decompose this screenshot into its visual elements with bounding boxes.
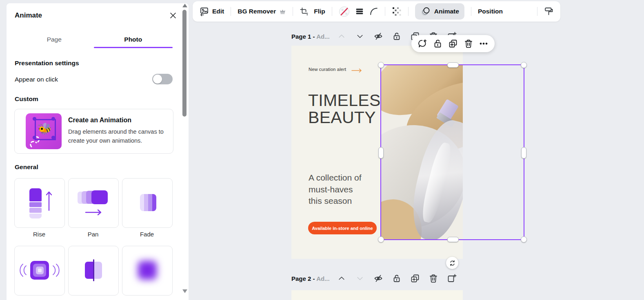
toolbar-divider [231, 7, 231, 16]
delete-page-icon[interactable] [428, 273, 439, 284]
create-animation-icon: 🐝 [26, 113, 62, 149]
no-color-icon [339, 6, 350, 17]
move-page-up-icon[interactable] [336, 31, 347, 42]
paint-roller-icon [544, 7, 554, 16]
animation-tile-pan[interactable] [68, 178, 119, 228]
bg-remover-button[interactable]: BG Remover [238, 8, 286, 15]
animation-tile-fade[interactable] [122, 178, 173, 228]
bee-icon: 🐝 [37, 121, 53, 137]
tile-label-fade: Fade [122, 231, 172, 238]
animation-tile-rise[interactable] [14, 178, 65, 228]
animation-tile-wipe[interactable] [68, 246, 119, 296]
add-comment-icon[interactable] [417, 39, 427, 49]
fade-icon [140, 194, 156, 211]
toggle-knob [153, 75, 162, 84]
canva-editor: Animate Page Photo Presentation settings… [0, 0, 644, 300]
scroll-down-arrow[interactable] [182, 289, 187, 293]
rotate-handle[interactable] [446, 257, 458, 269]
delete-icon[interactable] [464, 39, 473, 49]
presentation-settings-heading: Presentation settings [15, 60, 79, 67]
crop-icon [300, 7, 309, 16]
tab-photo[interactable]: Photo [94, 33, 173, 48]
toolbar-divider [332, 7, 332, 16]
page2-header: Page 2 - Ad... [291, 273, 457, 284]
flip-label: Flip [314, 8, 325, 15]
duplicate-icon[interactable] [448, 39, 458, 49]
border-weight-icon [355, 7, 364, 16]
corner-curve-button[interactable] [369, 7, 378, 16]
resize-handle-left[interactable] [378, 147, 384, 159]
animate-button[interactable]: Animate [415, 3, 464, 20]
lock-icon[interactable] [433, 39, 443, 49]
resize-handle-top-left[interactable] [378, 62, 384, 68]
toolbar-divider [385, 7, 385, 16]
appear-on-click-toggle[interactable] [152, 74, 173, 84]
no-color-button[interactable] [339, 6, 350, 17]
lock-page-icon[interactable] [391, 273, 402, 284]
tile-label-rise: Rise [14, 231, 64, 238]
hide-page-icon[interactable] [373, 31, 384, 42]
scroll-up-arrow[interactable] [182, 4, 187, 7]
transparency-button[interactable] [392, 7, 402, 16]
crop-button[interactable] [300, 7, 309, 16]
create-animation-description: Drag elements around the canvas to creat… [68, 127, 169, 146]
panel-title: Animate [15, 11, 42, 20]
hide-page-icon[interactable] [373, 273, 384, 284]
toolbar-divider [408, 7, 409, 16]
appear-on-click-label: Appear on click [15, 76, 58, 83]
tab-page[interactable]: Page [15, 33, 94, 48]
edit-button[interactable]: Edit [199, 7, 224, 16]
position-button[interactable]: Position [478, 8, 503, 15]
more-options-icon[interactable] [479, 39, 489, 49]
resize-handle-right[interactable] [521, 147, 526, 159]
transparency-icon [392, 7, 402, 16]
page2-label[interactable]: Page 2 - Ad... [291, 275, 330, 282]
resize-handle-top-right[interactable] [521, 62, 527, 68]
panel-scrollbar-thumb[interactable] [182, 10, 187, 117]
add-page-icon[interactable] [446, 273, 457, 284]
arrow-right-graphic[interactable] [351, 67, 362, 75]
move-page-down-icon[interactable] [355, 273, 365, 284]
page1-canvas[interactable]: New curation alert TIMELESS BEAUTY A col… [291, 46, 463, 259]
resize-handle-bottom[interactable] [447, 237, 459, 242]
move-page-down-icon[interactable] [355, 31, 365, 42]
duplicate-page-icon[interactable] [410, 273, 420, 284]
eyebrow-text[interactable]: New curation alert [309, 67, 346, 72]
cta-button[interactable]: Available in-store and online [308, 222, 377, 234]
animation-tile-pop[interactable] [14, 246, 65, 296]
lock-page-icon[interactable] [391, 31, 402, 42]
body-text[interactable]: A collection of must-haves this season [309, 172, 362, 207]
tile-label-pan: Pan [68, 231, 118, 238]
page1-label[interactable]: Page 1 - Ad... [291, 33, 330, 40]
animate-panel: Animate Page Photo Presentation settings… [7, 3, 189, 300]
edit-label: Edit [212, 8, 224, 15]
perfume-photo[interactable] [380, 64, 463, 240]
element-context-toolbar [411, 35, 495, 52]
bg-remover-label: BG Remover [238, 8, 276, 15]
create-animation-card[interactable]: 🐝 Create an Animation Drag elements arou… [14, 109, 173, 154]
close-icon[interactable] [168, 11, 178, 20]
animate-icon [420, 6, 431, 17]
resize-handle-bottom-left[interactable] [378, 236, 384, 243]
toolbar-divider [537, 7, 537, 16]
position-label: Position [478, 8, 503, 15]
rise-icon [29, 188, 42, 218]
paint-roller-button[interactable] [544, 7, 554, 16]
animation-tile-blur[interactable] [122, 246, 173, 296]
headline-text[interactable]: TIMELESS BEAUTY [308, 92, 392, 126]
create-animation-title: Create an Animation [68, 117, 131, 124]
crown-icon [279, 9, 286, 15]
resize-handle-bottom-right[interactable] [521, 236, 527, 243]
corner-curve-icon [369, 7, 378, 16]
page2-canvas[interactable] [291, 290, 463, 300]
animate-label: Animate [434, 8, 459, 15]
photo-toolbar: Edit BG Remover Flip [193, 1, 560, 22]
general-heading: General [15, 163, 38, 171]
custom-heading: Custom [15, 95, 38, 103]
resize-handle-top[interactable] [447, 62, 459, 68]
flip-button[interactable]: Flip [314, 8, 325, 15]
blur-icon [138, 261, 157, 280]
toolbar-divider [293, 7, 293, 16]
border-weight-button[interactable] [355, 7, 364, 16]
move-page-up-icon[interactable] [336, 273, 347, 284]
